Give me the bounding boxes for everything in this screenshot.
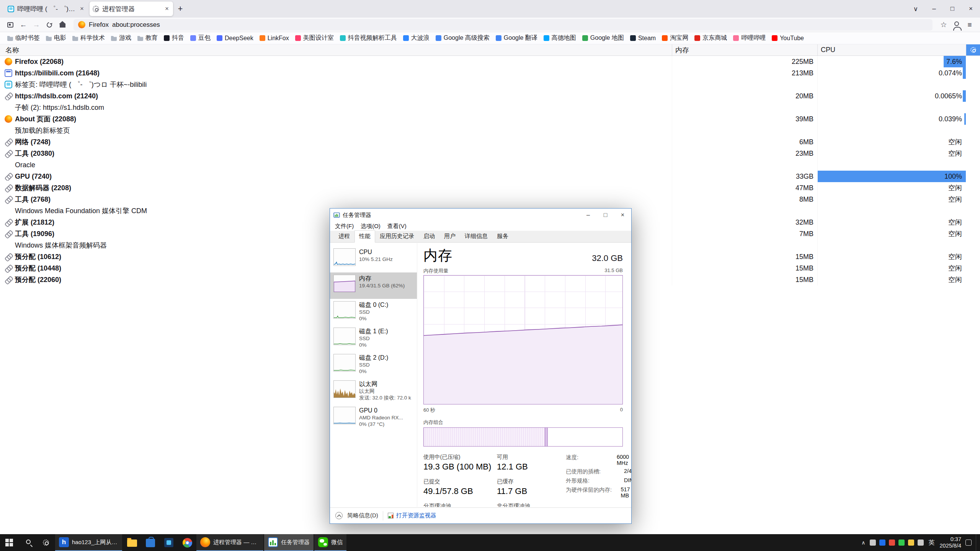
bookmark-item[interactable]: 淘宝网 [659, 33, 691, 43]
bookmark-item[interactable]: Google 地图 [580, 33, 627, 43]
bookmark-item[interactable]: 豆包 [188, 33, 213, 43]
collapse-details-icon[interactable] [335, 512, 343, 519]
tray-icon[interactable] [898, 540, 905, 546]
back-button[interactable]: ← [17, 19, 30, 31]
forward-button[interactable]: → [30, 19, 43, 31]
bookmark-item[interactable]: 美图设计室 [292, 33, 336, 43]
window-minimize-button[interactable]: – [925, 0, 943, 18]
home-button[interactable] [56, 19, 69, 31]
tab-close-button[interactable]: × [79, 5, 85, 13]
firefox-view-button[interactable] [4, 19, 17, 31]
taskbar-clock[interactable]: 0:37 2025/8/4 [940, 536, 961, 549]
table-row[interactable]: About 页面 (22088) 39MB 0.039% [0, 113, 980, 125]
perf-sidebar-cpu[interactable]: CPU10% 5.21 GHz [330, 246, 417, 272]
tray-icon[interactable] [889, 540, 895, 546]
task-manager-tab[interactable]: 启动 [419, 230, 439, 243]
window-maximize-button[interactable]: □ [943, 0, 962, 18]
table-row[interactable]: Oracle [0, 159, 980, 171]
column-header-memory[interactable]: 内存 [672, 44, 817, 55]
bookmark-item[interactable]: 游戏 [108, 33, 134, 43]
bookmark-item[interactable]: 电影 [43, 33, 69, 43]
tray-expand-chevron[interactable]: ∧ [861, 540, 865, 546]
table-row[interactable]: 子帧 (2): https://s1.hdslb.com [0, 102, 980, 113]
reload-button[interactable] [43, 19, 56, 31]
list-all-tabs-button[interactable]: ∨ [906, 0, 925, 18]
window-close-button[interactable]: × [962, 0, 980, 18]
perf-sidebar-disk0[interactable]: 磁盘 0 (C:)SSD0% [330, 299, 417, 325]
tm-close-button[interactable]: × [614, 209, 631, 222]
tray-icon[interactable] [908, 540, 914, 546]
tray-icon[interactable] [918, 540, 924, 546]
menu-item[interactable]: 选项(O) [357, 223, 384, 230]
bookmark-item[interactable]: LinkFox [257, 34, 292, 43]
taskbar-settings-button[interactable] [37, 534, 55, 551]
taskbar-window-firefox[interactable]: 进程管理器 — Mo... [196, 534, 263, 551]
bookmark-item[interactable]: Google 翻译 [493, 33, 540, 43]
bookmark-item[interactable]: 教育 [135, 33, 160, 43]
table-row[interactable]: 网络 (7248) 6MB 空闲 [0, 136, 980, 148]
action-center-icon[interactable] [965, 540, 972, 546]
bookmark-item[interactable]: Google 高级搜索 [433, 33, 492, 43]
perf-sidebar-gpu[interactable]: GPU 0AMD Radeon RX...0% (37 °C) [330, 404, 417, 431]
taskbar-window-wechat[interactable]: 微信 [314, 534, 346, 551]
bookmark-item[interactable]: Steam [627, 34, 658, 43]
taskbar-window-task-manager[interactable]: 任务管理器 [264, 534, 314, 551]
taskbar-window-hao123[interactable]: h hao123_上网从这... [55, 534, 122, 551]
taskbar-file-explorer-button[interactable] [123, 534, 141, 551]
menu-item[interactable]: 文件(F) [332, 223, 357, 230]
tm-maximize-button[interactable]: □ [597, 209, 614, 222]
task-manager-tab[interactable]: 服务 [492, 230, 513, 243]
tab-close-button[interactable]: × [164, 5, 170, 13]
browser-tab[interactable]: 进程管理器 × [90, 2, 173, 16]
taskbar-store-button[interactable] [141, 534, 160, 551]
task-manager-tab[interactable]: 性能 [354, 230, 375, 243]
perf-sidebar-disk1[interactable]: 磁盘 1 (E:)SSD0% [330, 325, 417, 352]
perf-sidebar-memory[interactable]: 内存19.4/31.5 GB (62%) [330, 272, 417, 299]
account-button[interactable] [950, 19, 963, 31]
url-bar[interactable]: Firefox about:processes [74, 19, 933, 31]
perf-sidebar-ethernet[interactable]: 以太网以太网发送: 32.0 接收: 72.0 k [330, 378, 417, 404]
column-header-cpu[interactable]: CPU [817, 44, 966, 55]
tm-minimize-button[interactable]: – [580, 209, 597, 222]
menu-item[interactable]: 查看(V) [384, 223, 410, 230]
taskbar-photos-button[interactable] [160, 534, 178, 551]
task-manager-tab[interactable]: 用户 [439, 230, 460, 243]
input-language-indicator[interactable]: 英 [928, 539, 936, 547]
bookmark-item[interactable]: DeepSeek [214, 34, 256, 43]
bookmark-item[interactable]: 抖音 [161, 33, 187, 43]
new-tab-button[interactable]: + [174, 2, 187, 15]
table-row[interactable]: https://bilibili.com (21648) 213MB 0.074… [0, 67, 980, 79]
bookmark-item[interactable]: 临时书签 [5, 33, 42, 43]
bookmark-item[interactable]: 高德地图 [541, 33, 579, 43]
bookmark-star-button[interactable]: ☆ [937, 19, 950, 31]
taskbar-chrome-button[interactable] [178, 534, 196, 551]
summary-toggle[interactable]: 简略信息(D) [347, 512, 378, 519]
show-desktop-button[interactable] [976, 534, 978, 551]
table-row[interactable]: 数据解码器 (2208) 47MB 空闲 [0, 182, 980, 194]
perf-sidebar-disk2[interactable]: 磁盘 2 (D:)SSD0% [330, 352, 417, 378]
table-row[interactable]: 预加载的新标签页 [0, 125, 980, 136]
task-manager-tab[interactable]: 进程 [334, 230, 354, 243]
table-row[interactable]: 标签页: 哔哩哔哩 ( ゜- ゜)つロ 干杯~-bilibili [0, 79, 980, 90]
tray-icon[interactable] [879, 540, 885, 546]
task-manager-tab[interactable]: 应用历史记录 [375, 230, 419, 243]
bookmark-item[interactable]: 哔哩哔哩 [730, 33, 768, 43]
table-row[interactable]: 工具 (20380) 23MB 空闲 [0, 148, 980, 159]
table-row[interactable]: Firefox (22068) 225MB 7.6% [0, 56, 980, 67]
table-row[interactable]: https://hdslb.com (21240) 20MB 0.0065% [0, 90, 980, 102]
taskbar-search-button[interactable] [18, 534, 37, 551]
bookmark-item[interactable]: YouTube [769, 34, 807, 43]
table-row[interactable]: 工具 (2768) 8MB 空闲 [0, 194, 980, 205]
task-manager-title-bar[interactable]: 任务管理器 – □ × [330, 209, 631, 222]
column-header-name[interactable]: 名称 [0, 46, 672, 55]
browser-tab[interactable]: 哔哩哔哩 ( ゜- ゜)つロ 干杯~-b... × [5, 2, 88, 16]
bookmark-item[interactable]: 京东商城 [692, 33, 730, 43]
open-resource-monitor-link[interactable]: 打开资源监视器 [388, 512, 436, 519]
column-settings-button[interactable] [966, 44, 980, 55]
table-row[interactable]: GPU (7240) 33GB 100% [0, 171, 980, 182]
tray-icon[interactable] [870, 540, 876, 546]
bookmark-item[interactable]: 大波浪 [400, 33, 432, 43]
start-button[interactable] [0, 534, 18, 551]
bookmark-item[interactable]: 抖音视频解析工具 [337, 33, 400, 43]
menu-button[interactable]: ≡ [963, 19, 976, 31]
